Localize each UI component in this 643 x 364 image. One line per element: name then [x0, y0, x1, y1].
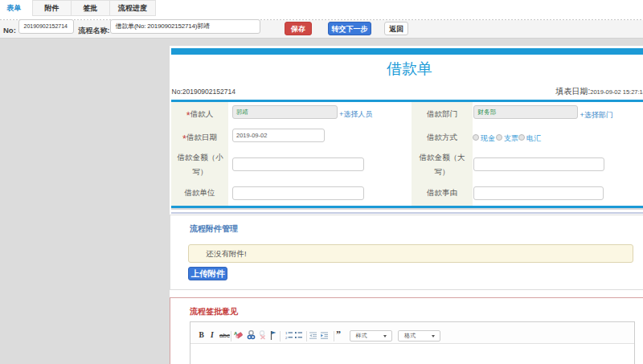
- svg-text:1: 1: [285, 331, 288, 335]
- svg-text:2: 2: [285, 336, 288, 339]
